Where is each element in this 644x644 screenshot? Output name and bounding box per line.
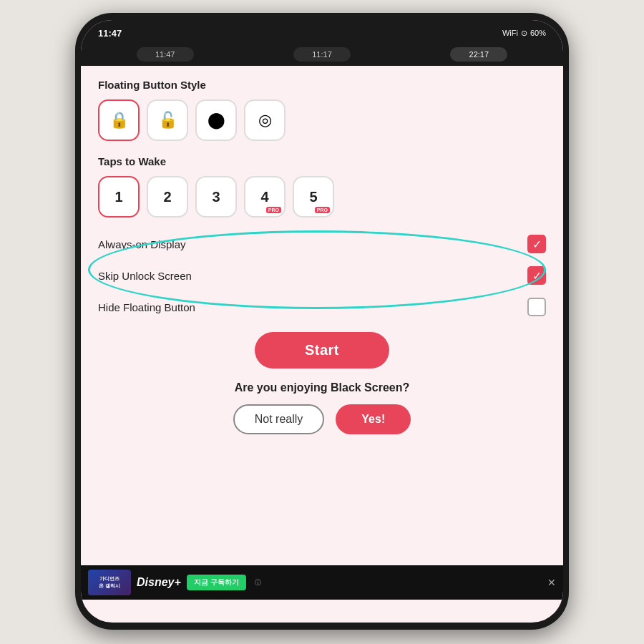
app-top-tabs: 11:47 11:17 22:17 [81,43,563,66]
start-button[interactable]: Start [255,332,389,369]
phone-screen: 11:47 WiFi ⊙ 60% 11:47 11:17 22:17 [81,20,563,623]
floating-button-style-label: Floating Button Style [98,79,546,91]
skip-unlock-screen-checkbox[interactable]: ✓ [527,266,546,285]
style-option-lock-open[interactable]: 🔓 [147,99,188,141]
start-button-container: Start [98,332,546,369]
hide-floating-button-label: Hide Floating Button [98,301,195,313]
ad-movie-thumbnail: 가디언즈 온 갤럭시 [88,570,131,595]
ad-movie-title: 가디언즈 온 갤럭시 [99,575,120,590]
circle-filled-icon: ⬤ [208,111,225,130]
feedback-question: Are you enjoying Black Screen? [98,381,546,394]
tap-option-4[interactable]: 4 PRO [244,176,286,218]
style-option-circle-filled[interactable]: ⬤ [195,99,237,141]
tab-0[interactable]: 11:47 [137,47,194,62]
ad-close-icon[interactable]: ✕ [547,577,556,588]
alarm-icon: ⊙ [521,29,527,38]
battery-indicator: 60% [530,29,546,37]
pro-badge-4: PRO [266,207,281,213]
checkmark-icon-2: ✓ [532,269,542,283]
style-options-row: 🔒 🔓 ⬤ ◎ [98,99,546,141]
feedback-buttons: Not really Yes! [98,404,546,434]
app-content-area: Floating Button Style 🔒 🔓 ⬤ [81,66,563,558]
circle-outline-icon: ◎ [258,111,272,130]
tab-1[interactable]: 11:17 [293,47,351,62]
app-content: Floating Button Style 🔒 🔓 ⬤ [81,66,563,446]
hide-floating-button-row: Hide Floating Button [98,296,546,318]
skip-unlock-screen-label: Skip Unlock Screen [98,270,192,282]
status-time: 11:47 [98,28,122,39]
tap-option-2[interactable]: 2 [147,176,188,218]
ad-banner[interactable]: 가디언즈 온 갤럭시 Disney+ 지금 구독하기 ⓘ ✕ [81,565,563,600]
taps-options-row: 1 2 3 4 PRO [98,176,546,218]
always-on-display-checkbox[interactable]: ✓ [527,235,546,253]
style-option-circle-outline[interactable]: ◎ [244,99,286,141]
wifi-icon: WiFi [502,29,518,37]
tab-2[interactable]: 22:17 [450,47,507,62]
tap-option-5[interactable]: 5 PRO [293,176,334,218]
ad-info-icon: ⓘ [255,578,261,587]
always-on-display-row: Always-on Display ✓ [98,233,546,255]
status-icons: WiFi ⊙ 60% [502,29,546,38]
ad-content: 가디언즈 온 갤럭시 Disney+ 지금 구독하기 ⓘ [88,570,543,595]
skip-unlock-screen-row: Skip Unlock Screen ✓ [98,265,546,286]
disney-logo: Disney+ [137,576,181,589]
always-on-display-label: Always-on Display [98,238,186,250]
checkmark-icon: ✓ [532,238,542,251]
not-really-button[interactable]: Not really [233,404,325,434]
tap-option-1[interactable]: 1 [98,176,140,218]
hide-floating-button-checkbox[interactable] [527,298,546,316]
lock-open-icon: 🔓 [158,111,177,130]
yes-button[interactable]: Yes! [336,404,411,434]
phone-device: 11:47 WiFi ⊙ 60% 11:47 11:17 22:17 [75,13,569,630]
taps-to-wake-label: Taps to Wake [98,155,546,167]
tap-option-3[interactable]: 3 [195,176,237,218]
lock-closed-icon: 🔒 [109,111,129,130]
ad-action-button[interactable]: 지금 구독하기 [187,575,246,590]
status-bar: 11:47 WiFi ⊙ 60% [81,20,563,43]
scene: 11:47 WiFi ⊙ 60% 11:47 11:17 22:17 [0,0,644,644]
pro-badge-5: PRO [315,207,330,213]
style-option-lock-closed[interactable]: 🔒 [98,99,140,141]
